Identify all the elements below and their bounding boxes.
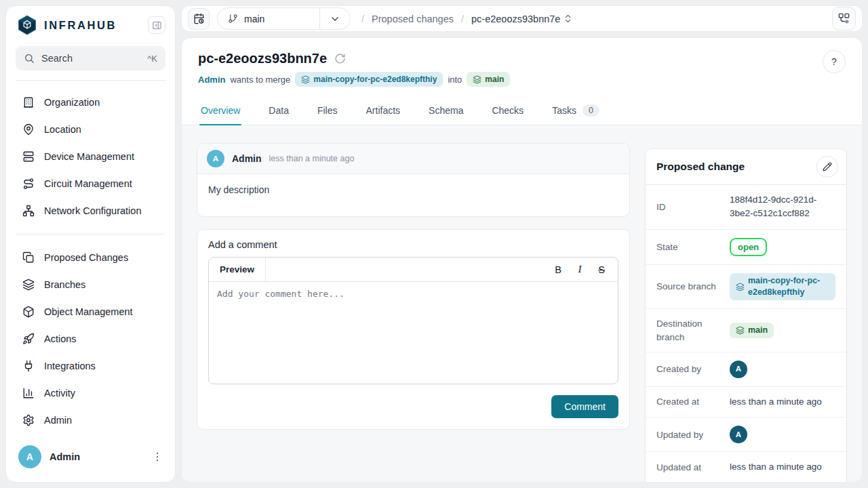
sidebar-item-organization[interactable]: Organization <box>13 89 168 116</box>
sidebar-item-integrations[interactable]: Integrations <box>13 352 168 380</box>
avatar: A <box>18 445 41 468</box>
sidebar-item-proposed-changes[interactable]: Proposed Changes <box>13 244 168 271</box>
building-icon <box>22 96 35 108</box>
branch-selector-toggle[interactable] <box>319 8 350 29</box>
user-name: Admin <box>50 451 141 462</box>
source-branch-name: main-copy-for-pc-e2ed8kepfthiy <box>313 74 437 85</box>
add-comment-card: Add a comment Preview BIS Comment <box>197 229 630 430</box>
network-icon <box>22 205 35 217</box>
refresh-icon <box>334 53 346 64</box>
box-icon <box>22 306 35 318</box>
tab-tasks[interactable]: Tasks0 <box>551 96 601 125</box>
sidebar-item-label: Admin <box>44 415 72 426</box>
tab-schema[interactable]: Schema <box>427 96 465 125</box>
details-header: Proposed change <box>646 149 846 185</box>
tab-files[interactable]: Files <box>316 96 339 125</box>
time-travel-button[interactable] <box>188 8 210 30</box>
detail-row-updated-at: Updated atless than a minute ago <box>646 452 846 482</box>
merge-action-text: wants to merge <box>230 75 290 85</box>
layers-icon <box>22 279 35 291</box>
detail-text: less than a minute ago <box>730 460 822 474</box>
comment-timestamp: less than a minute ago <box>269 154 355 163</box>
avatar[interactable]: A <box>730 426 747 443</box>
kebab-icon <box>151 451 163 463</box>
sidebar-item-label: Branches <box>44 279 85 290</box>
workflow-icon <box>837 12 850 25</box>
tab-label: Artifacts <box>366 105 401 116</box>
detail-row-source-branch: Source branchmain-copy-for-pc-e2ed8kepft… <box>646 265 846 309</box>
comment-input[interactable] <box>209 282 618 381</box>
tab-artifacts[interactable]: Artifacts <box>365 96 402 125</box>
calendar-clock-icon <box>193 13 205 24</box>
detail-value: main-copy-for-pc-e2ed8kepfthiy <box>723 273 835 300</box>
breadcrumb-item[interactable]: pc-e2eoozs93bnn7e <box>471 14 573 24</box>
detail-value: open <box>723 238 835 257</box>
tab-bar: OverviewDataFilesArtifactsSchemaChecksTa… <box>182 96 862 125</box>
detail-label: Updated at <box>656 461 723 474</box>
sidebar-item-location[interactable]: Location <box>13 116 168 143</box>
help-button[interactable]: ? <box>823 50 846 73</box>
sidebar-user[interactable]: A Admin <box>6 436 175 482</box>
page-header: pc-e2eoozs93bnn7e Admin wants to merge m… <box>182 38 862 87</box>
panel-collapse-icon <box>152 20 162 30</box>
merge-preposition-text: into <box>448 75 462 85</box>
search-shortcut: ^K <box>147 54 157 64</box>
bold-icon[interactable]: B <box>549 261 568 279</box>
comment-editor: Preview BIS <box>208 257 618 384</box>
sidebar-item-circuit-management[interactable]: Circuit Management <box>13 170 168 197</box>
sidebar-item-actions[interactable]: Actions <box>13 325 168 352</box>
proposed-change-panel: Proposed change ID188f4d12-9dcc-921d-3be… <box>645 148 847 482</box>
tab-data[interactable]: Data <box>267 96 290 125</box>
sidebar-item-device-management[interactable]: Device Management <box>13 143 168 170</box>
sidebar-item-activity[interactable]: Activity <box>13 380 168 407</box>
strikethrough-icon[interactable]: S <box>592 261 611 279</box>
detail-label: Created at <box>656 395 723 409</box>
sidebar-item-object-management[interactable]: Object Management <box>13 298 168 325</box>
sidebar-item-admin[interactable]: Admin <box>13 407 168 434</box>
tab-label: Tasks <box>552 105 576 116</box>
preview-tab[interactable]: Preview <box>209 258 266 281</box>
detail-value: main <box>723 323 835 338</box>
tab-checks[interactable]: Checks <box>490 96 525 125</box>
comment-submit-button[interactable]: Comment <box>551 395 618 418</box>
sidebar-item-network-configuration[interactable]: Network Configuration <box>13 197 168 224</box>
branch-selector[interactable]: main <box>217 7 351 30</box>
destination-branch-name: main <box>485 74 504 85</box>
sidebar-item-label: Circuit Management <box>44 178 132 189</box>
content-card: pc-e2eoozs93bnn7e Admin wants to merge m… <box>181 37 863 483</box>
detail-row-destination-branch: Destination branchmain <box>646 309 846 352</box>
format-buttons: BIS <box>549 258 618 281</box>
tab-count-badge: 0 <box>583 104 599 117</box>
sidebar-item-branches[interactable]: Branches <box>13 271 168 298</box>
tab-overview[interactable]: Overview <box>199 96 241 125</box>
italic-icon[interactable]: I <box>570 261 589 279</box>
branch-badge[interactable]: main <box>730 323 774 338</box>
pencil-icon <box>823 162 832 171</box>
breadcrumb-item-label: pc-e2eoozs93bnn7e <box>471 14 560 24</box>
branch-selector-value[interactable]: main <box>218 8 319 29</box>
editor-toolbar: Preview BIS <box>209 258 618 282</box>
avatar[interactable]: A <box>730 361 747 378</box>
destination-branch-badge[interactable]: main <box>467 72 510 87</box>
source-branch-badge[interactable]: main-copy-for-pc-e2ed8kepfthiy <box>295 72 443 87</box>
avatar: A <box>207 150 224 167</box>
edit-button[interactable] <box>816 156 838 178</box>
schema-visualizer-button[interactable] <box>832 7 856 30</box>
merge-author-link[interactable]: Admin <box>198 75 225 85</box>
comment-card: A Admin less than a minute ago My descri… <box>197 143 630 217</box>
thread-column: A Admin less than a minute ago My descri… <box>197 143 630 430</box>
user-menu-button[interactable] <box>149 449 165 465</box>
sidebar-collapse-button[interactable] <box>148 16 165 34</box>
chevrons-up-down-icon <box>563 14 573 24</box>
app-title: INFRAHUB <box>44 19 141 32</box>
detail-row-created-at: Created atless than a minute ago <box>646 387 846 418</box>
search-input[interactable]: Search ^K <box>16 46 165 70</box>
comment-body: My description <box>197 174 629 216</box>
breadcrumb-section[interactable]: Proposed changes <box>372 14 454 24</box>
branch-badge[interactable]: main-copy-for-pc-e2ed8kepfthiy <box>730 273 835 300</box>
sidebar-item-label: Organization <box>44 97 100 108</box>
detail-value: less than a minute ago <box>723 460 835 474</box>
refresh-button[interactable] <box>334 53 346 64</box>
map-pin-icon <box>22 123 35 136</box>
topbar: main / Proposed changes / pc-e2eoozs93bn… <box>181 5 863 32</box>
